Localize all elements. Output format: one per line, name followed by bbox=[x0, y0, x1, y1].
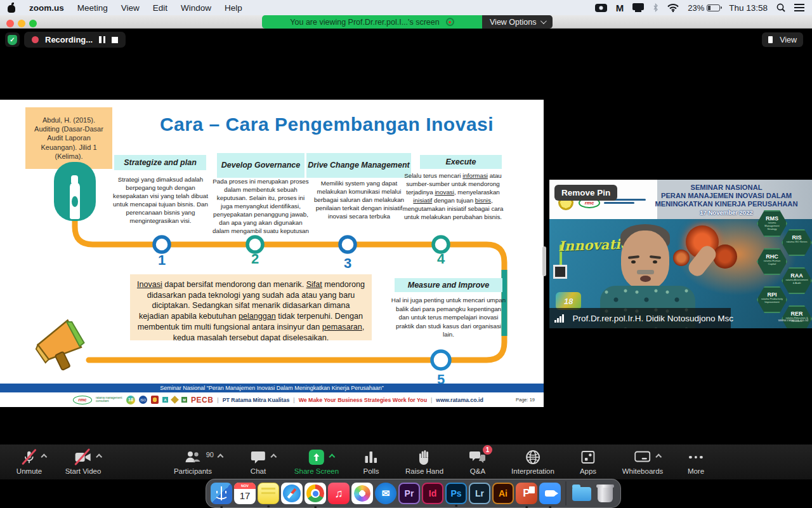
battery-icon bbox=[707, 4, 720, 11]
participants-icon: 90 bbox=[185, 450, 201, 465]
badge-rer: RERratama Education & Research bbox=[782, 305, 812, 328]
iso-logo: ISO bbox=[139, 396, 147, 404]
menu-item-edit[interactable]: Edit bbox=[153, 3, 167, 13]
scrollbar-thumb[interactable] bbox=[542, 246, 546, 276]
chat-icon bbox=[251, 450, 266, 465]
chat-button[interactable]: Chat bbox=[251, 450, 266, 475]
polls-icon bbox=[364, 450, 378, 465]
minimize-window-button[interactable] bbox=[18, 20, 25, 27]
spotlight-search-icon[interactable] bbox=[776, 3, 785, 12]
stop-recording-button[interactable] bbox=[112, 37, 118, 43]
dock-finder-icon[interactable] bbox=[211, 483, 232, 504]
shared-slide: Abdul, H. (2015). Auditing (Dasar-Dasar … bbox=[0, 100, 544, 407]
more-button[interactable]: More bbox=[688, 450, 704, 475]
dock-lightroom-icon[interactable]: Lr bbox=[469, 483, 490, 504]
dock-illustrator-icon[interactable]: Ai bbox=[492, 483, 514, 504]
slide-footer-strip: rmc ratama management consultant 18 ISO … bbox=[0, 392, 544, 407]
view-options-button[interactable]: View Options bbox=[482, 15, 553, 29]
slide-footer-banner: Seminar Nasional “Peran Manajemen Inovas… bbox=[0, 384, 544, 392]
dock-photoshop-icon[interactable]: Ps bbox=[445, 483, 467, 504]
emblem-logo bbox=[151, 396, 159, 404]
pause-recording-button[interactable] bbox=[99, 36, 105, 43]
apps-button[interactable]: Apps bbox=[580, 450, 596, 475]
whiteboard-icon bbox=[634, 450, 651, 465]
step-number-4: 4 bbox=[428, 251, 454, 267]
participant-name-bar: Prof.Dr.rer.pol.Ir.H. Didik Notosudjono … bbox=[549, 308, 731, 328]
share-options-chevron[interactable] bbox=[329, 454, 336, 460]
participant-name: Prof.Dr.rer.pol.Ir.H. Didik Notosudjono … bbox=[573, 314, 734, 323]
menu-clock[interactable]: Thu 13:58 bbox=[729, 3, 768, 13]
control-center-icon[interactable] bbox=[794, 4, 804, 11]
security-shield-icon[interactable]: ✓ bbox=[5, 32, 20, 47]
dock-music-icon[interactable]: ♫ bbox=[328, 483, 350, 504]
participants-chevron[interactable] bbox=[218, 454, 224, 460]
chat-chevron[interactable] bbox=[271, 454, 277, 460]
battery-percent: 23% bbox=[688, 3, 704, 13]
step-number-2: 2 bbox=[242, 251, 268, 267]
whiteboards-chevron[interactable] bbox=[656, 454, 662, 460]
battery-indicator[interactable]: 23% bbox=[688, 3, 720, 13]
dock-calendar-icon[interactable]: NOV 17 bbox=[234, 483, 256, 504]
pinned-video-panel[interactable]: rmc SEMINAR NASIONAL PERAN MANAJEMEN INO… bbox=[549, 180, 812, 328]
dock-stickies-icon[interactable] bbox=[258, 483, 279, 504]
apple-menu-icon[interactable] bbox=[8, 3, 16, 13]
menu-bar: zoom.us Meeting View Edit Window Help M … bbox=[0, 0, 812, 15]
zoom-window-button[interactable] bbox=[29, 20, 37, 27]
anniversary-logo-video: 18 bbox=[556, 292, 581, 310]
column-body-2: Pada proses ini merupakan proses dalam m… bbox=[212, 178, 310, 235]
video-options-chevron[interactable] bbox=[96, 454, 103, 460]
wifi-icon[interactable] bbox=[667, 4, 679, 12]
view-layout-button[interactable]: View bbox=[762, 32, 803, 47]
dock-safari-icon[interactable] bbox=[281, 483, 303, 504]
dock-thunderbird-icon[interactable]: ✉ bbox=[375, 483, 396, 504]
dock-downloads-folder-icon[interactable] bbox=[571, 483, 593, 504]
close-window-button[interactable] bbox=[6, 20, 14, 27]
mic-options-chevron[interactable] bbox=[41, 454, 48, 460]
footer-website: www.ratama.co.id bbox=[436, 397, 483, 403]
recording-label: Recording... bbox=[45, 35, 93, 44]
bluetooth-icon[interactable] bbox=[653, 3, 658, 12]
polls-button[interactable]: Polls bbox=[363, 450, 379, 475]
interpretation-button[interactable]: Interpretation bbox=[511, 450, 554, 475]
dock-chrome-icon[interactable] bbox=[304, 483, 326, 504]
menu-item-view[interactable]: View bbox=[121, 3, 140, 13]
cert-badge-diamond bbox=[171, 396, 179, 404]
rmc-tagline: ratama management consultant bbox=[96, 397, 122, 403]
menu-item-window[interactable]: Window bbox=[181, 3, 211, 13]
dock-photos-icon[interactable] bbox=[351, 483, 373, 504]
dock-powerpoint-icon[interactable]: P bbox=[516, 483, 537, 504]
dock-indesign-icon[interactable]: Id bbox=[422, 483, 443, 504]
video-muted-icon bbox=[75, 450, 91, 465]
participants-button[interactable]: 90 Participants bbox=[174, 450, 212, 475]
share-screen-button[interactable]: Share Screen bbox=[294, 450, 339, 475]
menu-item-help[interactable]: Help bbox=[225, 3, 242, 13]
whiteboards-button[interactable]: Whiteboards bbox=[622, 450, 664, 475]
connection-signal-icon bbox=[554, 314, 564, 323]
m-logo-icon[interactable]: M bbox=[616, 3, 624, 13]
recording-indicator: Recording... bbox=[24, 32, 126, 48]
zoom-toolbar: Unmute Start Video 90 Participants C bbox=[0, 444, 812, 479]
dock-trash-icon[interactable] bbox=[594, 483, 616, 504]
display-status-icon[interactable] bbox=[632, 3, 644, 12]
remove-pin-button[interactable]: Remove Pin bbox=[554, 185, 617, 201]
camera-status-icon[interactable] bbox=[595, 4, 607, 12]
slide-graphic-blob bbox=[54, 162, 96, 221]
layout-icon bbox=[768, 36, 775, 43]
start-video-button[interactable]: Start Video bbox=[65, 450, 102, 475]
dock-premiere-icon[interactable]: Pr bbox=[398, 483, 420, 504]
seminar-title: SEMINAR NASIONAL PERAN MANAJEMEN INOVASI… bbox=[645, 184, 808, 209]
column-body-4: Selalu terus mencari informasi atau sumb… bbox=[398, 172, 508, 222]
qa-button[interactable]: 1 Q&A bbox=[469, 450, 486, 475]
column-header-1: Strategize and plan bbox=[114, 155, 206, 170]
video-watermark: www.ratama.co.id bbox=[778, 318, 808, 322]
pecb-logo: PECB bbox=[191, 396, 213, 404]
menu-item-meeting[interactable]: Meeting bbox=[77, 3, 108, 13]
menu-app-name[interactable]: zoom.us bbox=[29, 3, 64, 13]
measure-improve-body: Hal ini juga penting untuk mencari umpan… bbox=[391, 296, 506, 339]
unmute-button[interactable]: Unmute bbox=[16, 450, 42, 475]
dock-zoom-icon[interactable] bbox=[539, 483, 561, 504]
mic-muted-icon bbox=[22, 450, 36, 465]
record-indicator-icon bbox=[446, 18, 454, 26]
qa-icon: 1 bbox=[469, 450, 486, 465]
raise-hand-button[interactable]: Raise Hand bbox=[405, 450, 443, 475]
